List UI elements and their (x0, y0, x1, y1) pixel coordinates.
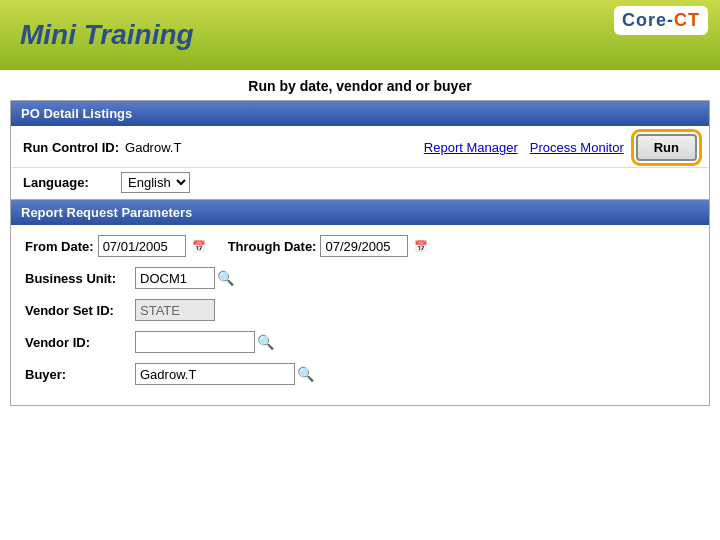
from-date-calendar-icon[interactable]: 📅 (190, 240, 208, 253)
buyer-label: Buyer: (25, 367, 135, 382)
language-select[interactable]: English (121, 172, 190, 193)
page-title: Mini Training (20, 19, 194, 51)
vendor-id-label: Vendor ID: (25, 335, 135, 350)
vendor-set-id-label: Vendor Set ID: (25, 303, 135, 318)
vendor-id-input[interactable] (135, 331, 255, 353)
from-date-input[interactable] (98, 235, 186, 257)
vendor-set-id-row: Vendor Set ID: (25, 299, 695, 321)
main-panel: PO Detail Listings Run Control ID: Gadro… (10, 100, 710, 406)
vendor-id-row: Vendor ID: 🔍 (25, 331, 695, 353)
run-control-row: Run Control ID: Gadrow.T (23, 140, 181, 155)
vendor-set-id-input (135, 299, 215, 321)
params-header: Report Request Parameters (11, 200, 709, 225)
date-row: From Date: 📅 Through Date: 📅 (25, 235, 695, 257)
run-control-label: Run Control ID: (23, 140, 119, 155)
run-control-value: Gadrow.T (125, 140, 181, 155)
header-bar: Mini Training Core-CT (0, 0, 720, 70)
params-body: From Date: 📅 Through Date: 📅 Business Un… (11, 225, 709, 405)
top-bar: Run Control ID: Gadrow.T Report Manager … (11, 126, 709, 168)
panel-header: PO Detail Listings (11, 101, 709, 126)
through-date-label: Through Date: (228, 239, 317, 254)
params-section: Report Request Parameters From Date: 📅 T… (11, 199, 709, 405)
from-date-label: From Date: (25, 239, 94, 254)
report-manager-link[interactable]: Report Manager (424, 140, 518, 155)
buyer-row: Buyer: 🔍 (25, 363, 695, 385)
through-date-input[interactable] (320, 235, 408, 257)
vendor-id-search-icon[interactable]: 🔍 (255, 334, 276, 350)
top-links: Report Manager Process Monitor Run (424, 134, 697, 161)
run-button[interactable]: Run (636, 134, 697, 161)
from-date-group: From Date: 📅 (25, 235, 208, 257)
process-monitor-link[interactable]: Process Monitor (530, 140, 624, 155)
language-row: Language: English (11, 168, 709, 199)
buyer-input[interactable] (135, 363, 295, 385)
through-date-calendar-icon[interactable]: 📅 (412, 240, 430, 253)
business-unit-label: Business Unit: (25, 271, 135, 286)
business-unit-input[interactable] (135, 267, 215, 289)
business-unit-search-icon[interactable]: 🔍 (215, 270, 236, 286)
language-label: Language: (23, 175, 113, 190)
through-date-group: Through Date: 📅 (228, 235, 431, 257)
subtitle: Run by date, vendor and or buyer (0, 70, 720, 100)
logo: Core-CT (614, 6, 708, 35)
buyer-search-icon[interactable]: 🔍 (295, 366, 316, 382)
business-unit-row: Business Unit: 🔍 (25, 267, 695, 289)
